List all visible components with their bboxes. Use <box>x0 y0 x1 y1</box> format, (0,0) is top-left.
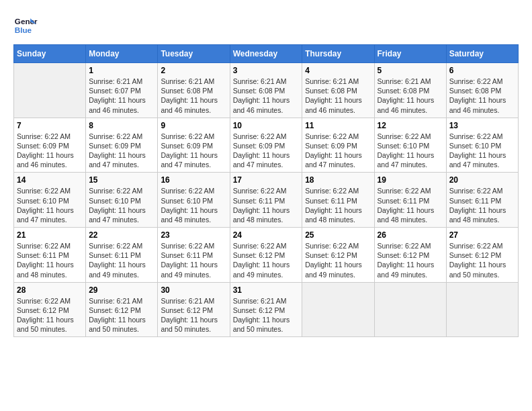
calendar-cell: 22Sunrise: 6:22 AMSunset: 6:11 PMDayligh… <box>86 228 158 283</box>
calendar-header-row: SundayMondayTuesdayWednesdayThursdayFrid… <box>14 45 519 63</box>
day-number: 17 <box>233 175 300 185</box>
day-info: Sunrise: 6:22 AMSunset: 6:10 PMDaylight:… <box>449 132 515 170</box>
day-number: 14 <box>17 175 83 185</box>
calendar-cell: 9Sunrise: 6:22 AMSunset: 6:09 PMDaylight… <box>158 118 230 173</box>
calendar-cell <box>374 282 446 337</box>
svg-text:Blue: Blue <box>15 26 32 34</box>
day-info: Sunrise: 6:21 AMSunset: 6:12 PMDaylight:… <box>89 296 154 334</box>
calendar-cell <box>302 282 374 337</box>
day-number: 18 <box>305 175 371 185</box>
day-number: 5 <box>378 66 443 75</box>
calendar-cell: 3Sunrise: 6:21 AMSunset: 6:08 PMDaylight… <box>230 63 302 118</box>
col-header-friday: Friday <box>374 45 446 63</box>
calendar-cell: 7Sunrise: 6:22 AMSunset: 6:09 PMDaylight… <box>14 118 86 173</box>
day-info: Sunrise: 6:22 AMSunset: 6:12 PMDaylight:… <box>305 241 371 279</box>
calendar-cell: 1Sunrise: 6:21 AMSunset: 6:07 PMDaylight… <box>86 63 158 118</box>
calendar-cell: 28Sunrise: 6:22 AMSunset: 6:12 PMDayligh… <box>14 282 86 337</box>
day-number: 22 <box>89 230 154 240</box>
logo: General Blue <box>13 13 40 38</box>
day-number: 10 <box>233 121 300 130</box>
day-number: 21 <box>17 230 83 240</box>
day-info: Sunrise: 6:22 AMSunset: 6:08 PMDaylight:… <box>449 77 515 115</box>
day-number: 1 <box>89 66 154 75</box>
calendar-cell: 6Sunrise: 6:22 AMSunset: 6:08 PMDaylight… <box>446 63 518 118</box>
day-number: 15 <box>89 175 154 185</box>
calendar-cell: 24Sunrise: 6:22 AMSunset: 6:12 PMDayligh… <box>230 228 302 283</box>
calendar-cell: 31Sunrise: 6:21 AMSunset: 6:12 PMDayligh… <box>230 282 302 337</box>
day-info: Sunrise: 6:21 AMSunset: 6:08 PMDaylight:… <box>161 77 226 115</box>
calendar-week-4: 21Sunrise: 6:22 AMSunset: 6:11 PMDayligh… <box>14 228 519 283</box>
day-number: 28 <box>17 285 83 295</box>
calendar-cell <box>14 63 86 118</box>
day-number: 4 <box>305 66 371 75</box>
calendar-week-3: 14Sunrise: 6:22 AMSunset: 6:10 PMDayligh… <box>14 173 519 228</box>
day-number: 25 <box>305 230 371 240</box>
day-number: 2 <box>161 66 226 75</box>
calendar-cell: 14Sunrise: 6:22 AMSunset: 6:10 PMDayligh… <box>14 173 86 228</box>
col-header-monday: Monday <box>86 45 158 63</box>
day-info: Sunrise: 6:22 AMSunset: 6:09 PMDaylight:… <box>305 132 371 170</box>
calendar-cell: 17Sunrise: 6:22 AMSunset: 6:11 PMDayligh… <box>230 173 302 228</box>
col-header-saturday: Saturday <box>446 45 518 63</box>
calendar-cell: 29Sunrise: 6:21 AMSunset: 6:12 PMDayligh… <box>86 282 158 337</box>
day-number: 9 <box>161 121 226 130</box>
day-number: 30 <box>161 285 226 295</box>
day-info: Sunrise: 6:22 AMSunset: 6:09 PMDaylight:… <box>161 132 226 170</box>
day-info: Sunrise: 6:22 AMSunset: 6:11 PMDaylight:… <box>378 186 443 224</box>
calendar-week-2: 7Sunrise: 6:22 AMSunset: 6:09 PMDaylight… <box>14 118 519 173</box>
calendar-cell: 10Sunrise: 6:22 AMSunset: 6:09 PMDayligh… <box>230 118 302 173</box>
svg-text:General: General <box>15 17 38 26</box>
day-info: Sunrise: 6:22 AMSunset: 6:12 PMDaylight:… <box>449 241 515 279</box>
calendar-cell: 27Sunrise: 6:22 AMSunset: 6:12 PMDayligh… <box>446 228 518 283</box>
day-info: Sunrise: 6:22 AMSunset: 6:10 PMDaylight:… <box>17 186 83 224</box>
calendar-cell: 30Sunrise: 6:21 AMSunset: 6:12 PMDayligh… <box>158 282 230 337</box>
day-info: Sunrise: 6:22 AMSunset: 6:09 PMDaylight:… <box>89 132 154 170</box>
day-info: Sunrise: 6:21 AMSunset: 6:12 PMDaylight:… <box>161 296 226 334</box>
calendar-cell <box>446 282 518 337</box>
calendar-cell: 2Sunrise: 6:21 AMSunset: 6:08 PMDaylight… <box>158 63 230 118</box>
day-info: Sunrise: 6:22 AMSunset: 6:11 PMDaylight:… <box>161 241 226 279</box>
day-number: 20 <box>449 175 515 185</box>
page-header: General Blue <box>13 13 519 38</box>
day-info: Sunrise: 6:22 AMSunset: 6:12 PMDaylight:… <box>233 241 300 279</box>
day-info: Sunrise: 6:22 AMSunset: 6:10 PMDaylight:… <box>89 186 154 224</box>
calendar-cell: 15Sunrise: 6:22 AMSunset: 6:10 PMDayligh… <box>86 173 158 228</box>
calendar-cell: 13Sunrise: 6:22 AMSunset: 6:10 PMDayligh… <box>446 118 518 173</box>
calendar-week-1: 1Sunrise: 6:21 AMSunset: 6:07 PMDaylight… <box>14 63 519 118</box>
calendar-cell: 18Sunrise: 6:22 AMSunset: 6:11 PMDayligh… <box>302 173 374 228</box>
day-number: 16 <box>161 175 226 185</box>
day-info: Sunrise: 6:22 AMSunset: 6:11 PMDaylight:… <box>449 186 515 224</box>
day-number: 3 <box>233 66 300 75</box>
day-info: Sunrise: 6:22 AMSunset: 6:10 PMDaylight:… <box>161 186 226 224</box>
day-number: 11 <box>305 121 371 130</box>
day-info: Sunrise: 6:22 AMSunset: 6:09 PMDaylight:… <box>233 132 300 170</box>
calendar-cell: 4Sunrise: 6:21 AMSunset: 6:08 PMDaylight… <box>302 63 374 118</box>
col-header-sunday: Sunday <box>14 45 86 63</box>
calendar-cell: 23Sunrise: 6:22 AMSunset: 6:11 PMDayligh… <box>158 228 230 283</box>
day-info: Sunrise: 6:21 AMSunset: 6:08 PMDaylight:… <box>305 77 371 115</box>
col-header-tuesday: Tuesday <box>158 45 230 63</box>
day-info: Sunrise: 6:21 AMSunset: 6:12 PMDaylight:… <box>233 296 300 334</box>
day-number: 31 <box>233 285 300 295</box>
calendar-table: SundayMondayTuesdayWednesdayThursdayFrid… <box>13 44 519 337</box>
calendar-cell: 12Sunrise: 6:22 AMSunset: 6:10 PMDayligh… <box>374 118 446 173</box>
day-number: 6 <box>449 66 515 75</box>
day-info: Sunrise: 6:22 AMSunset: 6:12 PMDaylight:… <box>17 296 83 334</box>
day-number: 29 <box>89 285 154 295</box>
day-number: 19 <box>378 175 443 185</box>
calendar-week-5: 28Sunrise: 6:22 AMSunset: 6:12 PMDayligh… <box>14 282 519 337</box>
day-number: 23 <box>161 230 226 240</box>
day-number: 12 <box>378 121 443 130</box>
day-info: Sunrise: 6:22 AMSunset: 6:12 PMDaylight:… <box>378 241 443 279</box>
day-info: Sunrise: 6:22 AMSunset: 6:10 PMDaylight:… <box>378 132 443 170</box>
day-info: Sunrise: 6:22 AMSunset: 6:11 PMDaylight:… <box>305 186 371 224</box>
calendar-cell: 21Sunrise: 6:22 AMSunset: 6:11 PMDayligh… <box>14 228 86 283</box>
day-number: 24 <box>233 230 300 240</box>
calendar-cell: 8Sunrise: 6:22 AMSunset: 6:09 PMDaylight… <box>86 118 158 173</box>
col-header-wednesday: Wednesday <box>230 45 302 63</box>
day-number: 7 <box>17 121 83 130</box>
calendar-cell: 20Sunrise: 6:22 AMSunset: 6:11 PMDayligh… <box>446 173 518 228</box>
calendar-cell: 5Sunrise: 6:21 AMSunset: 6:08 PMDaylight… <box>374 63 446 118</box>
day-number: 8 <box>89 121 154 130</box>
day-info: Sunrise: 6:22 AMSunset: 6:11 PMDaylight:… <box>233 186 300 224</box>
